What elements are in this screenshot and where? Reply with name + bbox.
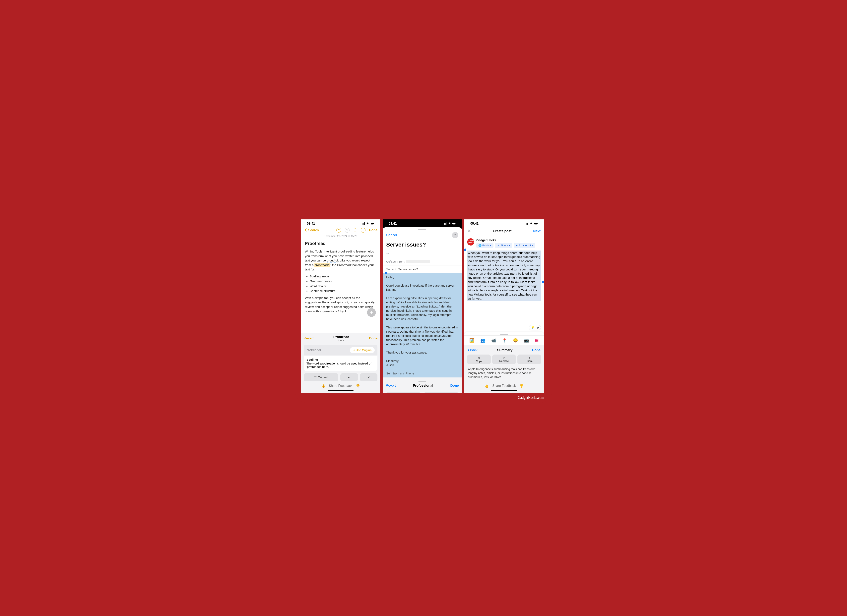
chevron-down-icon: ▾ (531, 244, 533, 247)
selection-start-handle[interactable] (464, 249, 466, 251)
done-button[interactable]: Done (450, 384, 459, 388)
svg-rect-4 (534, 223, 537, 224)
camera-icon[interactable]: 📷 (524, 338, 529, 343)
tag-people-icon[interactable]: 👥 (480, 338, 485, 343)
revert-button[interactable]: Revert (304, 336, 314, 340)
suggestion-explanation: The word 'proofreader' should be used in… (307, 362, 375, 368)
mail-subject-large: Server issues? (383, 240, 462, 250)
selection-start-handle[interactable] (385, 272, 387, 274)
tip-button[interactable]: 💡 Tip (529, 325, 541, 330)
mail-line: I am experiencing difficulties in openin… (386, 296, 458, 321)
avatar[interactable]: GADGET HACKS (467, 238, 474, 246)
mail-line: Sent from my iPhone (386, 371, 458, 376)
replace-button[interactable]: ⇄ Replace (492, 355, 516, 364)
nav-back-button[interactable]: Search (304, 228, 319, 232)
subject-field[interactable]: Subject: Server issues? (383, 265, 462, 273)
to-field[interactable]: To: (383, 250, 462, 258)
add-button[interactable]: ＋ (367, 308, 376, 317)
feeling-icon[interactable]: 😃 (513, 338, 518, 343)
note-date: September 26, 2024 at 15:20 (301, 234, 380, 238)
undo-button[interactable]: ↶ (336, 228, 341, 233)
send-button[interactable] (452, 232, 458, 238)
thumbs-up-button[interactable]: 👍 (485, 384, 489, 388)
copy-button[interactable]: ⧉ Copy (467, 355, 491, 364)
audience-chip[interactable]: 🌐 Public ▾ (476, 243, 493, 248)
photo-icon[interactable]: 🖼️ (469, 338, 474, 343)
panel-notes: 09:41 ıııl Search ↶ ↷ ⋯ Done (301, 220, 380, 393)
highlight-proofreader: proofreader (314, 263, 330, 267)
selection-end-handle[interactable] (542, 281, 544, 283)
share-icon[interactable] (353, 228, 357, 232)
cc-field[interactable]: Cc/Bcc, From: x (383, 258, 462, 265)
retry-button[interactable]: ⟳ Retry (423, 392, 459, 393)
location-icon[interactable]: 📍 (502, 338, 507, 343)
nav-bar: Search ↶ ↷ ⋯ Done (301, 227, 380, 234)
home-indicator[interactable] (491, 390, 517, 391)
use-original-button[interactable]: ↻ Use Original (350, 347, 375, 353)
signal-icon: ıııl (444, 222, 446, 225)
sheet-title: Professional (413, 384, 433, 388)
chevron-left-icon (304, 228, 308, 232)
sheet-title: Proofread (314, 335, 369, 339)
wifi-icon (366, 223, 369, 225)
thumbs-down-button[interactable]: 👎 (356, 384, 360, 388)
note-paragraph-1: Writing Tools' intelligent proofreading … (305, 249, 376, 272)
suggestion-word: profreader (307, 348, 321, 352)
list-icon: ☰ (314, 376, 317, 379)
nav-done-button[interactable]: Done (369, 228, 378, 232)
status-icons: ıııl (444, 222, 456, 225)
revert-button[interactable]: Revert (386, 384, 396, 388)
close-button[interactable]: ✕ (468, 228, 471, 234)
original-button[interactable]: ☰ Original (304, 373, 338, 381)
more-grid-icon[interactable]: ▦ (535, 338, 539, 343)
home-indicator[interactable] (328, 390, 354, 391)
user-name: Gadget Hacks (476, 238, 535, 242)
mail-line: Sincerely, (386, 359, 458, 363)
cancel-button[interactable]: Cancel (386, 233, 397, 237)
done-button[interactable]: Done (369, 336, 378, 340)
original-button[interactable]: ☰ Original (385, 392, 421, 393)
video-icon[interactable]: 📹 (491, 338, 496, 343)
post-body-selected[interactable]: When you want to keep things short, but … (467, 251, 541, 301)
sparkle-icon: ✦ (516, 244, 518, 247)
sheet-grabber[interactable] (418, 229, 426, 230)
chevron-up-icon (348, 376, 351, 378)
share-feedback-label[interactable]: Share Feedback (329, 384, 352, 388)
thumbs-up-button[interactable]: 👍 (321, 384, 325, 388)
redo-button: ↷ (345, 228, 350, 233)
chevron-left-icon (468, 349, 469, 352)
proofread-sheet: Revert Proofread 3 of 4 Done profreader … (301, 333, 380, 393)
status-bar: 09:41 ıııl (464, 220, 544, 227)
back-button[interactable]: Back (468, 348, 478, 352)
chevron-down-icon (367, 376, 370, 378)
redacted-from: x (406, 260, 430, 263)
arrow-up-icon (454, 234, 457, 237)
sheet-grabber[interactable] (418, 381, 426, 382)
mail-body-selected[interactable]: Hello, Could you please investigate if t… (383, 273, 462, 377)
prev-button[interactable] (340, 373, 358, 381)
next-button[interactable] (360, 373, 378, 381)
share-button[interactable]: ⇪ Share (517, 355, 541, 364)
thumbs-down-button[interactable]: 👎 (519, 384, 523, 388)
done-button[interactable]: Done (532, 348, 541, 352)
note-body[interactable]: Proofread Writing Tools' intelligent pro… (301, 238, 380, 333)
post-body-wrap: When you want to keep things short, but … (464, 250, 544, 332)
status-bar: 09:41 ıııl (383, 220, 462, 227)
list-item: Word choice (310, 284, 376, 288)
mail-body-wrap: Hello, Could you please investigate if t… (383, 273, 462, 377)
share-feedback-label[interactable]: Share Feedback (492, 384, 516, 388)
ai-label-chip[interactable]: ✦ AI label off ▾ (514, 243, 535, 248)
attachment-bar: 🖼️ 👥 📹 📍 😃 📷 ▦ (464, 335, 544, 345)
bulb-icon: 💡 (531, 326, 534, 329)
sheet-grabber[interactable] (500, 334, 508, 335)
mail-line: Hello, (386, 275, 458, 279)
post-header: GADGET HACKS Gadget Hacks 🌐 Public ▾ ＋ A… (464, 236, 544, 250)
album-chip[interactable]: ＋ Album ▾ (495, 243, 512, 248)
page-title: Create post (493, 229, 512, 233)
more-button[interactable]: ⋯ (361, 228, 366, 233)
mail-line: Justin (386, 363, 458, 367)
signal-icon: ıııl (526, 222, 528, 225)
mail-line: Could you please investigate if there ar… (386, 283, 458, 292)
svg-rect-0 (371, 223, 374, 224)
next-button[interactable]: Next (533, 229, 540, 233)
